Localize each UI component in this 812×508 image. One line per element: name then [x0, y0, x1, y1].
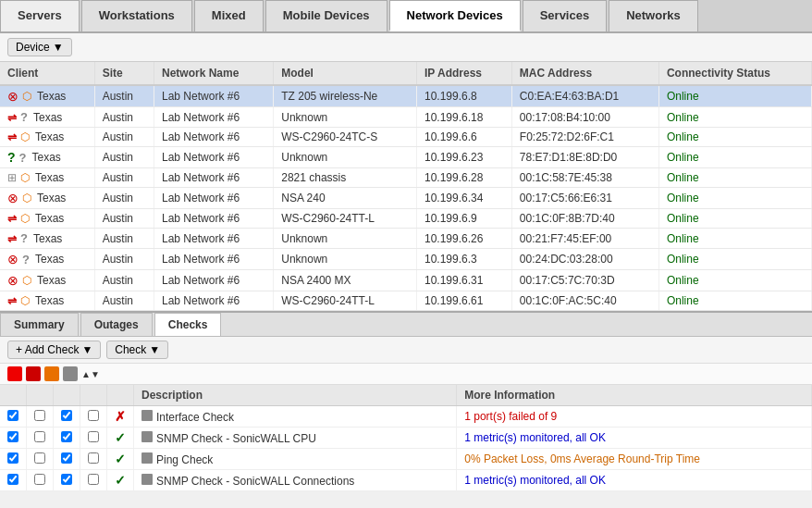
- tab-network-devices[interactable]: Network Devices: [389, 0, 521, 31]
- client-cell: ⊗ ⬡Texas: [0, 85, 94, 107]
- icon-row-sort[interactable]: ▲▼: [81, 369, 100, 379]
- check-more-info[interactable]: 0% Packet Loss, 0ms Average Round-Trip T…: [457, 449, 812, 470]
- site-cell: Austin: [94, 107, 154, 128]
- check-checkbox-2[interactable]: [61, 410, 72, 421]
- check-checkbox-2[interactable]: [61, 474, 72, 485]
- client-name: Texas: [33, 111, 62, 124]
- check-checkbox-0[interactable]: [7, 474, 18, 485]
- status-cell: Online: [658, 249, 811, 270]
- check-cb-3[interactable]: [80, 470, 107, 491]
- check-cb-1[interactable]: [27, 406, 54, 427]
- check-cb-4[interactable]: ✗: [107, 406, 134, 427]
- table-row[interactable]: ⊗ ⬡TexasAustinLab Network #6NSA 2400 MX1…: [0, 270, 812, 291]
- check-checkbox-2[interactable]: [61, 431, 72, 442]
- check-cb-4[interactable]: ✓: [107, 449, 134, 470]
- tab-mixed[interactable]: Mixed: [194, 0, 264, 31]
- check-more-info[interactable]: 1 metric(s) monitored, all OK: [457, 470, 812, 491]
- table-row[interactable]: ? ?TexasAustinLab Network #6Unknown10.19…: [0, 147, 812, 168]
- site-cell: Austin: [94, 85, 154, 107]
- table-row[interactable]: ⊗ ⬡TexasAustinLab Network #6TZ 205 wirel…: [0, 85, 812, 107]
- col-network-name: Network Name: [154, 62, 274, 85]
- check-icon: [141, 431, 153, 442]
- switch-icon: ⇌: [7, 232, 17, 245]
- check-checkbox-1[interactable]: [34, 431, 45, 442]
- table-row[interactable]: ⊗ ⬡TexasAustinLab Network #6NSA 24010.19…: [0, 188, 812, 209]
- network-devices-table-container: ClientSiteNetwork NameModelIP AddressMAC…: [0, 62, 812, 311]
- check-cb-0[interactable]: [0, 406, 27, 427]
- router-icon: ⊗: [7, 191, 18, 205]
- check-cb-3[interactable]: [80, 449, 107, 470]
- check-button[interactable]: Check ▼: [106, 341, 168, 359]
- mac-cell: C0:EA:E4:63:BA:D1: [511, 85, 658, 107]
- check-more-info[interactable]: 1 metric(s) monitored, all OK: [457, 427, 812, 449]
- check-checkbox-3[interactable]: [88, 410, 99, 421]
- ip-cell: 10.199.6.8: [417, 85, 512, 107]
- status-cell: Online: [658, 85, 811, 107]
- site-cell: Austin: [94, 128, 154, 147]
- check-cb-2[interactable]: [54, 406, 80, 427]
- ip-cell: 10.199.6.31: [417, 270, 512, 291]
- check-checkbox-0[interactable]: [7, 431, 18, 442]
- model-cell: TZ 205 wireless-Ne: [274, 85, 417, 107]
- client-name: Texas: [37, 90, 66, 103]
- ok-icon: ✓: [115, 473, 126, 488]
- check-cb-0[interactable]: [0, 470, 27, 491]
- check-checkbox-3[interactable]: [88, 452, 99, 464]
- check-checkbox-3[interactable]: [88, 431, 99, 442]
- check-checkbox-1[interactable]: [34, 410, 45, 421]
- check-more-link[interactable]: 1 metric(s) monitored, all OK: [464, 431, 606, 444]
- tab-servers[interactable]: Servers: [0, 0, 80, 31]
- mac-cell: 00:17:C5:7C:70:3D: [511, 270, 658, 291]
- check-cb-0[interactable]: [0, 449, 27, 470]
- status-cell: Online: [658, 168, 811, 188]
- tab-services[interactable]: Services: [523, 0, 608, 31]
- fail-icon: ✗: [115, 409, 126, 424]
- check-more-link[interactable]: 0% Packet Loss, 0ms Average Round-Trip T…: [464, 452, 700, 465]
- table-row[interactable]: ⇌ ⬡TexasAustinLab Network #6WS-C2960-24T…: [0, 128, 812, 147]
- check-checkbox-0[interactable]: [7, 452, 18, 464]
- bottom-tab-summary[interactable]: Summary: [0, 313, 79, 336]
- check-checkbox-1[interactable]: [34, 452, 45, 464]
- check-cb-0[interactable]: [0, 427, 27, 449]
- check-cb-2[interactable]: [54, 470, 80, 491]
- question-icon: ?: [22, 253, 30, 266]
- table-row[interactable]: ⇌ ⬡TexasAustinLab Network #6WS-C2960-24T…: [0, 209, 812, 229]
- check-name: SNMP Check - SonicWALL CPU: [156, 432, 316, 445]
- check-cb-1[interactable]: [27, 449, 54, 470]
- check-description: Interface Check: [134, 406, 457, 427]
- check-cb-4[interactable]: ✓: [107, 470, 134, 491]
- check-checkbox-3[interactable]: [88, 474, 99, 485]
- table-row[interactable]: ⇌ ?TexasAustinLab Network #6Unknown10.19…: [0, 107, 812, 128]
- table-row[interactable]: ⊞ ⬡TexasAustinLab Network #62821 chassis…: [0, 168, 812, 188]
- check-cb-3[interactable]: [80, 427, 107, 449]
- ip-cell: 10.199.6.23: [417, 147, 512, 168]
- check-cb-4[interactable]: ✓: [107, 427, 134, 449]
- mac-cell: 00:17:C5:66:E6:31: [511, 188, 658, 209]
- check-more-info[interactable]: 1 port(s) failed of 9: [457, 406, 812, 427]
- table-row[interactable]: ⇌ ?TexasAustinLab Network #6Unknown10.19…: [0, 229, 812, 249]
- bottom-tab-outages[interactable]: Outages: [80, 313, 153, 336]
- check-cb-3[interactable]: [80, 406, 107, 427]
- check-cb-1[interactable]: [27, 427, 54, 449]
- tab-workstations[interactable]: Workstations: [81, 0, 192, 31]
- check-more-link[interactable]: 1 metric(s) monitored, all OK: [464, 474, 606, 487]
- bottom-tab-checks[interactable]: Checks: [154, 313, 222, 336]
- check-checkbox-1[interactable]: [34, 474, 45, 485]
- device-dropdown-button[interactable]: Device ▼: [7, 38, 72, 56]
- check-cb-2[interactable]: [54, 449, 80, 470]
- check-cb-1[interactable]: [27, 470, 54, 491]
- table-row[interactable]: ⊗ ?TexasAustinLab Network #6Unknown10.19…: [0, 249, 812, 270]
- add-check-button[interactable]: + Add Check ▼: [7, 341, 101, 359]
- table-row[interactable]: ⇌ ⬡TexasAustinLab Network #6WS-C2960-24T…: [0, 291, 812, 311]
- check-cb-2[interactable]: [54, 427, 80, 449]
- client-name: Texas: [37, 274, 66, 287]
- check-col-cb0: [0, 385, 27, 406]
- tab-mobile-devices[interactable]: Mobile Devices: [265, 0, 388, 31]
- check-more-link[interactable]: 1 port(s) failed of 9: [464, 410, 557, 423]
- tab-networks[interactable]: Networks: [609, 0, 698, 31]
- check-checkbox-0[interactable]: [7, 410, 18, 421]
- model-cell: WS-C2960-24TT-L: [274, 209, 417, 229]
- check-checkbox-2[interactable]: [61, 452, 72, 464]
- client-name: Texas: [32, 151, 61, 164]
- col-connectivity-status: Connectivity Status: [658, 62, 811, 85]
